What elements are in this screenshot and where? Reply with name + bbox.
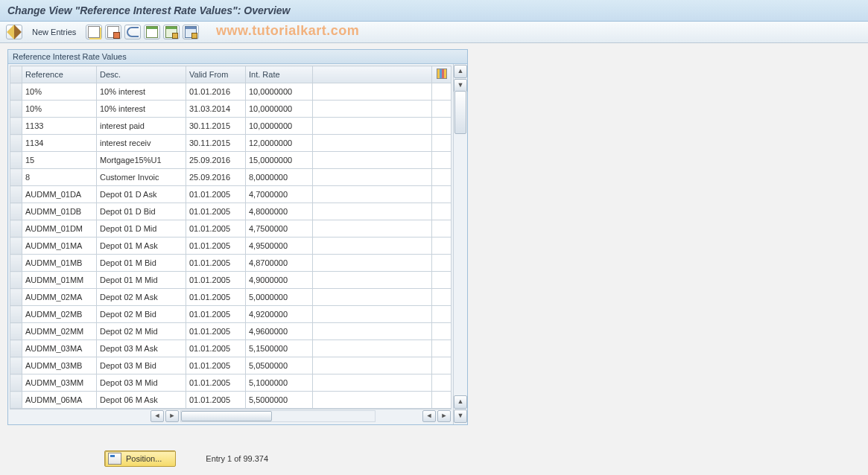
row-selector[interactable] [10,289,22,306]
cell-reference[interactable]: AUDMM_03MA [22,340,97,357]
table-row[interactable]: AUDMM_06MADepot 06 M Ask01.01.20055,5000… [10,392,452,409]
cell-valid-from[interactable]: 25.09.2016 [186,152,246,169]
row-selector[interactable] [10,306,22,323]
cell-reference[interactable]: 10% [22,101,97,118]
row-selector[interactable] [10,186,22,203]
row-selector[interactable] [10,152,22,169]
cell-desc[interactable]: Depot 02 M Mid [97,323,186,340]
cell-desc[interactable]: Depot 01 D Mid [97,220,186,238]
scroll-right-inner-icon[interactable]: ► [165,410,179,422]
table-row[interactable]: AUDMM_02MADepot 02 M Ask01.01.20055,0000… [10,289,452,306]
position-button[interactable]: Position... [104,450,176,467]
cell-desc[interactable]: Depot 01 D Bid [97,203,186,220]
row-selector[interactable] [10,118,22,135]
cell-int-rate[interactable]: 4,9200000 [246,306,313,323]
table-row[interactable]: 8Customer Invoic25.09.20168,0000000 [10,169,452,186]
row-selector[interactable] [10,83,22,101]
cell-valid-from[interactable]: 30.11.2015 [186,135,246,152]
col-int-rate[interactable]: Int. Rate [246,66,313,83]
cell-reference[interactable]: AUDMM_01MA [22,238,97,255]
cell-reference[interactable]: AUDMM_01DB [22,203,97,220]
cell-int-rate[interactable]: 10,0000000 [246,101,313,118]
cell-valid-from[interactable]: 01.01.2005 [186,374,246,392]
cell-valid-from[interactable]: 01.01.2005 [186,220,246,238]
cell-desc[interactable]: Depot 01 M Mid [97,272,186,289]
h-scroll-track[interactable] [180,410,376,422]
cell-int-rate[interactable]: 8,0000000 [246,169,313,186]
table-row[interactable]: AUDMM_01MBDepot 01 M Bid01.01.20054,8700… [10,255,452,272]
v-scroll-thumb[interactable] [454,91,466,134]
cell-desc[interactable]: Depot 01 D Ask [97,186,186,203]
row-selector[interactable] [10,272,22,289]
table-row[interactable]: AUDMM_01MMDepot 01 M Mid01.01.20054,9000… [10,272,452,289]
deselect-all-button[interactable] [183,25,199,39]
row-selector[interactable] [10,238,22,255]
cell-valid-from[interactable]: 25.09.2016 [186,169,246,186]
table-row[interactable]: AUDMM_03MMDepot 03 M Mid01.01.20055,1000… [10,374,452,392]
scroll-up-end-icon[interactable]: ▲ [454,395,467,409]
cell-reference[interactable]: AUDMM_01MB [22,255,97,272]
h-scroll-thumb[interactable] [181,411,272,421]
table-row[interactable]: AUDMM_03MBDepot 03 M Bid01.01.20055,0500… [10,357,452,374]
cell-int-rate[interactable]: 4,9000000 [246,272,313,289]
row-selector[interactable] [10,220,22,238]
table-row[interactable]: AUDMM_02MBDepot 02 M Bid01.01.20054,9200… [10,306,452,323]
row-selector[interactable] [10,255,22,272]
cell-valid-from[interactable]: 01.01.2005 [186,203,246,220]
cell-valid-from[interactable]: 01.01.2005 [186,392,246,409]
copy-as-button[interactable] [86,25,102,39]
toggle-edit-button[interactable] [6,25,22,39]
row-selector[interactable] [10,169,22,186]
cell-int-rate[interactable]: 4,9600000 [246,323,313,340]
cell-int-rate[interactable]: 10,0000000 [246,83,313,101]
cell-int-rate[interactable]: 4,9500000 [246,238,313,255]
vertical-scrollbar[interactable]: ▲ ▼ ▲ ▼ [453,64,467,424]
scroll-down-icon[interactable]: ▼ [454,409,467,423]
cell-reference[interactable]: AUDMM_01DM [22,220,97,238]
cell-desc[interactable]: Depot 03 M Mid [97,374,186,392]
cell-reference[interactable]: AUDMM_01MM [22,272,97,289]
cell-int-rate[interactable]: 10,0000000 [246,118,313,135]
table-row[interactable]: 10%10% interest01.01.201610,0000000 [10,83,452,101]
cell-int-rate[interactable]: 5,0500000 [246,357,313,374]
row-selector[interactable] [10,357,22,374]
v-scroll-track[interactable] [454,91,466,409]
scroll-up-icon[interactable]: ▲ [454,65,467,78]
cell-desc[interactable]: Customer Invoic [97,169,186,186]
cell-desc[interactable]: interest receiv [97,135,186,152]
row-selector[interactable] [10,101,22,118]
cell-reference[interactable]: 10% [22,83,97,101]
cell-valid-from[interactable]: 31.03.2014 [186,101,246,118]
table-row[interactable]: AUDMM_01DBDepot 01 D Bid01.01.20054,8000… [10,203,452,220]
cell-reference[interactable]: AUDMM_02MM [22,323,97,340]
row-selector[interactable] [10,203,22,220]
table-row[interactable]: 10%10% interest31.03.201410,0000000 [10,101,452,118]
undo-button[interactable] [124,25,141,39]
table-row[interactable]: AUDMM_01MADepot 01 M Ask01.01.20054,9500… [10,238,452,255]
scroll-left-end-icon[interactable]: ◄ [422,410,436,422]
cell-int-rate[interactable]: 5,1000000 [246,374,313,392]
cell-valid-from[interactable]: 01.01.2005 [186,272,246,289]
cell-valid-from[interactable]: 01.01.2005 [186,340,246,357]
cell-valid-from[interactable]: 01.01.2005 [186,255,246,272]
cell-reference[interactable]: AUDMM_02MB [22,306,97,323]
cell-valid-from[interactable]: 01.01.2005 [186,306,246,323]
data-grid[interactable]: Reference Desc. Valid From Int. Rate 10%… [10,66,452,409]
cell-desc[interactable]: 10% interest [97,101,186,118]
cell-valid-from[interactable]: 01.01.2005 [186,238,246,255]
cell-valid-from[interactable]: 01.01.2016 [186,83,246,101]
row-selector[interactable] [10,340,22,357]
cell-int-rate[interactable]: 15,0000000 [246,152,313,169]
cell-valid-from[interactable]: 30.11.2015 [186,118,246,135]
new-entries-button[interactable]: New Entries [25,25,83,39]
configure-columns-button[interactable] [432,66,452,83]
cell-reference[interactable]: AUDMM_06MA [22,392,97,409]
cell-reference[interactable]: 1134 [22,135,97,152]
cell-int-rate[interactable]: 5,5000000 [246,392,313,409]
table-row[interactable]: AUDMM_01DMDepot 01 D Mid01.01.20054,7500… [10,220,452,238]
col-reference[interactable]: Reference [22,66,97,83]
cell-desc[interactable]: Depot 02 M Bid [97,306,186,323]
table-row[interactable]: AUDMM_03MADepot 03 M Ask01.01.20055,1500… [10,340,452,357]
scroll-right-icon[interactable]: ► [437,410,451,422]
cell-reference[interactable]: AUDMM_01DA [22,186,97,203]
